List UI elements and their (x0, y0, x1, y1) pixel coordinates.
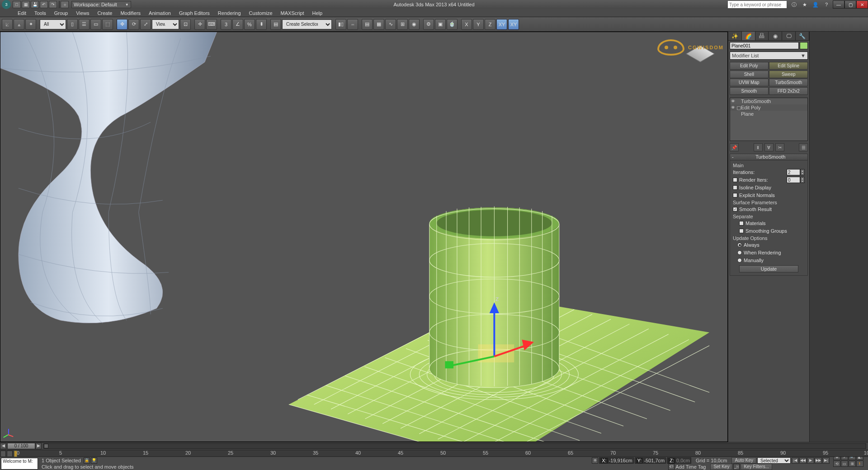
refcoord-dropdown[interactable]: View (152, 19, 179, 29)
select-link-icon[interactable]: ⟀ (2, 19, 13, 30)
workspace-dropdown[interactable]: Workspace: Default ▼ (71, 1, 131, 8)
time-slider-thumb[interactable] (44, 444, 48, 448)
coord-x-input[interactable]: X:-19,916cm (599, 457, 633, 464)
redo-icon[interactable]: ↷ (49, 1, 57, 8)
edit-named-sel-icon[interactable]: ▤ (270, 19, 281, 30)
maximize-button[interactable]: ▢ (844, 0, 856, 9)
material-editor-icon[interactable]: ◉ (409, 19, 420, 30)
axis-z-button[interactable]: Z (485, 19, 495, 30)
preset-shell[interactable]: Shell (730, 70, 769, 78)
key-icon[interactable]: ⎯⍈ (733, 464, 740, 470)
preset-editpoly[interactable]: Edit Poly (730, 62, 769, 70)
menu-grapheditors[interactable]: Graph Editors (175, 9, 214, 17)
goto-end-icon[interactable]: ▶| (822, 457, 830, 464)
close-button[interactable]: ✕ (856, 0, 868, 9)
axis-y-button[interactable]: Y (473, 19, 484, 30)
menu-animation[interactable]: Animation (145, 9, 175, 17)
update-button[interactable]: Update (739, 265, 798, 273)
axis-x-button[interactable]: X (461, 19, 472, 30)
always-radio[interactable] (737, 243, 742, 247)
preset-smooth[interactable]: Smooth (730, 87, 769, 95)
eye-icon[interactable]: 👁 (731, 105, 736, 110)
selection-filter-dropdown[interactable]: All (40, 19, 66, 29)
undo-icon[interactable]: ↶ (40, 1, 48, 8)
render-setup-icon[interactable]: ⚙ (423, 19, 434, 30)
preset-uvwmap[interactable]: UVW Map (730, 79, 769, 86)
menu-tools[interactable]: Tools (30, 9, 50, 17)
select-move-icon[interactable]: ✥ (117, 19, 127, 30)
bind-spw-icon[interactable]: ✦ (25, 19, 36, 30)
explicit-checkbox[interactable] (733, 193, 737, 197)
create-tab[interactable]: ✨ (728, 32, 742, 40)
stack-item-editpoly[interactable]: 👁▢Edit Poly (730, 104, 807, 111)
axis-xy2-button[interactable]: XY (508, 19, 519, 30)
graphite-icon[interactable]: ▦ (373, 19, 384, 30)
coord-z-input[interactable]: Z:0,0cm (667, 457, 691, 464)
hierarchy-tab[interactable]: 品 (755, 32, 769, 40)
preset-ffd[interactable]: FFD 2x2x2 (769, 87, 808, 95)
angle-snap-icon[interactable]: ∠ (232, 19, 243, 30)
help-icon[interactable]: ? (822, 1, 831, 8)
object-name-input[interactable] (730, 42, 799, 49)
setkey-button[interactable]: Set Key (710, 464, 732, 470)
maxscript-mini-listener[interactable]: Welcome to M: (1, 458, 38, 470)
help-search-input[interactable] (728, 1, 787, 8)
menu-maxscript[interactable]: MAXScript (277, 9, 308, 17)
menu-group[interactable]: Group (50, 9, 72, 17)
track-ruler[interactable]: 0510152025303540455055606570758085909510… (18, 450, 868, 456)
modifier-list-dropdown[interactable]: Modifier List▼ (730, 52, 808, 60)
object-color-swatch[interactable] (800, 42, 808, 49)
schematic-view-icon[interactable]: ⊞ (397, 19, 408, 30)
preset-turbosmooth[interactable]: TurboSmooth (769, 79, 808, 86)
pin-stack-icon[interactable]: 📌 (730, 143, 739, 151)
abs-rel-icon[interactable]: ⊕ (592, 457, 598, 464)
keyfilters-button[interactable]: Key Filters... (741, 464, 772, 470)
play-icon[interactable]: ▶ (807, 457, 814, 464)
menu-rendering[interactable]: Rendering (214, 9, 245, 17)
menu-views[interactable]: Views (72, 9, 93, 17)
spinner-snap-icon[interactable]: ⬍ (256, 19, 267, 30)
select-object-icon[interactable]: ▯ (67, 19, 78, 30)
show-end-icon[interactable]: Ⅱ (754, 143, 763, 151)
perspective-viewport[interactable]: [+][Perspective][Shaded] (0, 32, 728, 442)
preset-editspline[interactable]: Edit Spline (769, 62, 808, 70)
render-iters-checkbox[interactable] (733, 178, 737, 182)
curve-editor-icon[interactable]: ∿ (385, 19, 396, 30)
menu-modifiers[interactable]: Modifiers (116, 9, 145, 17)
signin-icon[interactable]: 👤 (811, 1, 820, 8)
menu-edit[interactable]: Edit (14, 9, 30, 17)
axis-xy-button[interactable]: XY (496, 19, 507, 30)
selection-lock-icon[interactable]: 🔒 (84, 457, 90, 464)
motion-tab[interactable]: ◉ (769, 32, 782, 40)
menu-customize[interactable]: Customize (245, 9, 277, 17)
autokey-button[interactable]: Auto Key (731, 457, 756, 464)
named-selset-dropdown[interactable]: Create Selection Se (282, 19, 332, 29)
whenrender-radio[interactable] (737, 250, 742, 255)
select-rotate-icon[interactable]: ⟳ (128, 19, 139, 30)
select-manip-icon[interactable]: ✛ (194, 19, 205, 30)
keyboard-shortcut-icon[interactable]: ⌨ (206, 19, 217, 30)
remove-mod-icon[interactable]: ✂ (775, 143, 784, 151)
smooth-result-checkbox[interactable]: ✓ (733, 207, 737, 212)
modify-tab[interactable]: 🌈 (742, 32, 755, 40)
isoline-checkbox[interactable] (733, 185, 737, 190)
time-slider-track[interactable] (43, 443, 866, 449)
open-icon[interactable]: ▦ (22, 1, 30, 8)
coord-y-input[interactable]: Y:-501,7cm (635, 457, 666, 464)
save-icon[interactable]: 💾 (31, 1, 39, 8)
utilities-tab[interactable]: 🔧 (796, 32, 809, 40)
display-tab[interactable]: 🖵 (782, 32, 796, 40)
select-scale-icon[interactable]: ⤢ (140, 19, 151, 30)
align-icon[interactable]: ⎓ (347, 19, 358, 30)
slider-prev-button[interactable]: ◀ (0, 443, 6, 449)
select-region-rect-icon[interactable]: ▭ (90, 19, 101, 30)
configure-sets-icon[interactable]: ☰ (799, 143, 808, 151)
prev-frame-icon[interactable]: ◀◀ (799, 457, 807, 464)
minimize-button[interactable]: — (833, 0, 844, 9)
smgroups-checkbox[interactable] (739, 229, 744, 233)
goto-start-icon[interactable]: |◀ (792, 457, 799, 464)
eye-icon[interactable]: 👁 (731, 99, 736, 103)
trackbar-filter-icon[interactable] (7, 451, 12, 457)
stack-item-plane[interactable]: Plane (730, 111, 807, 117)
render-prod-icon[interactable]: 🍵 (447, 19, 458, 30)
